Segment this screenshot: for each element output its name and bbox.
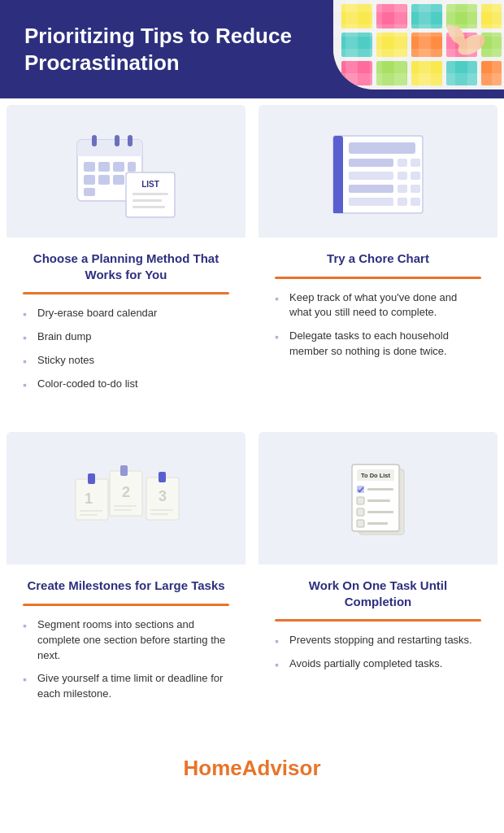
svg-rect-10 — [481, 33, 502, 57]
svg-rect-2 — [376, 4, 407, 28]
svg-rect-12 — [376, 61, 407, 85]
card-one-task: To Do List Work On One Task Until Comple… — [259, 432, 497, 730]
card-title-milestones: Create Milestones for Large Tasks — [23, 578, 229, 594]
list-item: Dry-erase board calendar — [23, 306, 229, 321]
card-divider-chore — [275, 277, 481, 279]
calendar-svg: LIST — [69, 128, 183, 221]
svg-rect-82 — [367, 522, 388, 525]
list-item: Brain dump — [23, 329, 229, 345]
card-content-task: Work On One Task Until Completion Preven… — [259, 565, 497, 730]
card-divider-task — [275, 619, 481, 621]
list-item: Sticky notes — [23, 353, 229, 369]
svg-rect-24 — [128, 135, 133, 146]
svg-rect-56 — [88, 473, 95, 484]
svg-rect-23 — [115, 135, 119, 146]
svg-rect-64 — [114, 509, 132, 511]
svg-rect-49 — [349, 185, 393, 193]
card-divider-planning — [23, 292, 229, 294]
footer: HomeAdvisor — [0, 736, 504, 804]
svg-rect-43 — [349, 159, 393, 167]
svg-text:1: 1 — [85, 491, 93, 507]
card-illustration-task: To Do List — [259, 432, 497, 565]
svg-rect-6 — [341, 33, 372, 57]
svg-rect-46 — [349, 172, 393, 180]
page-title: Prioritizing Tips to Reduce Procrastinat… — [24, 23, 301, 76]
svg-rect-7 — [376, 33, 407, 57]
svg-rect-51 — [411, 185, 420, 193]
header-illustration — [333, 0, 504, 89]
card-illustration-milestones: 1 2 3 — [7, 432, 245, 565]
cards-grid: LIST Choose a Planning Method That Works… — [0, 98, 504, 736]
svg-rect-48 — [411, 172, 420, 180]
svg-rect-53 — [398, 198, 407, 206]
svg-rect-63 — [114, 505, 137, 507]
svg-text:To Do List: To Do List — [361, 472, 391, 479]
svg-rect-5 — [481, 4, 502, 28]
svg-rect-59 — [80, 514, 98, 516]
svg-rect-26 — [98, 162, 110, 172]
svg-rect-37 — [133, 199, 162, 202]
card-title-planning: Choose a Planning Method That Works for … — [23, 251, 229, 282]
card-content-milestones: Create Milestones for Large Tasks Segmen… — [7, 565, 245, 730]
svg-rect-50 — [398, 185, 407, 193]
svg-rect-54 — [411, 198, 420, 206]
svg-rect-21 — [77, 150, 142, 156]
milestones-svg: 1 2 3 — [69, 455, 183, 548]
svg-rect-14 — [446, 61, 477, 85]
svg-rect-28 — [128, 162, 136, 172]
svg-rect-45 — [411, 159, 420, 167]
list-item: Avoids partially completed tasks. — [275, 656, 481, 672]
header: Prioritizing Tips to Reduce Procrastinat… — [0, 0, 504, 98]
svg-rect-15 — [481, 61, 502, 85]
sticky-notes-decoration — [333, 0, 504, 89]
card-content-planning: Choose a Planning Method That Works for … — [7, 238, 245, 419]
footer-logo: HomeAdvisor — [0, 756, 504, 781]
svg-rect-75 — [357, 486, 364, 493]
svg-rect-69 — [150, 513, 168, 515]
todo-svg: To Do List — [321, 455, 435, 548]
svg-rect-13 — [411, 61, 442, 85]
svg-rect-22 — [92, 135, 97, 146]
svg-rect-80 — [367, 511, 393, 513]
card-content-chore: Try a Chore Chart Keep track of what you… — [259, 238, 497, 419]
svg-rect-30 — [98, 175, 110, 185]
card-illustration-planning: LIST — [7, 105, 245, 238]
svg-rect-1 — [341, 4, 372, 28]
card-list-milestones: Segment rooms into sections and complete… — [23, 617, 229, 702]
svg-rect-33 — [84, 188, 95, 196]
svg-rect-11 — [341, 61, 372, 85]
list-item: Give yourself a time limit or deadline f… — [23, 671, 229, 702]
svg-rect-3 — [411, 4, 442, 28]
svg-point-18 — [445, 23, 463, 46]
svg-text:2: 2 — [122, 484, 130, 500]
footer-logo-part1: Home — [183, 756, 241, 780]
svg-rect-58 — [80, 510, 102, 512]
card-list-chore: Keep track of what you've done and what … — [275, 290, 481, 360]
header-image — [333, 0, 504, 89]
card-milestones: 1 2 3 — [7, 432, 245, 730]
svg-rect-31 — [113, 175, 124, 185]
svg-rect-52 — [349, 198, 393, 206]
card-title-task: Work On One Task Until Completion — [275, 578, 481, 609]
svg-rect-68 — [150, 509, 173, 511]
svg-rect-38 — [133, 206, 165, 208]
svg-rect-36 — [133, 193, 168, 195]
svg-rect-61 — [120, 465, 128, 476]
list-item: Delegate tasks to each household member … — [275, 329, 481, 360]
svg-point-16 — [454, 30, 488, 59]
list-item: Prevents stopping and restarting tasks. — [275, 633, 481, 648]
svg-rect-42 — [349, 142, 415, 154]
chore-chart-svg — [321, 128, 435, 221]
card-list-task: Prevents stopping and restarting tasks. … — [275, 633, 481, 672]
svg-text:LIST: LIST — [141, 180, 159, 189]
svg-rect-25 — [84, 162, 95, 172]
svg-text:3: 3 — [159, 488, 167, 504]
card-planning-method: LIST Choose a Planning Method That Works… — [7, 105, 245, 419]
svg-point-17 — [451, 24, 468, 49]
svg-rect-47 — [398, 172, 407, 180]
svg-rect-77 — [357, 497, 364, 504]
svg-rect-44 — [398, 159, 407, 167]
list-item: Color-coded to-do list — [23, 377, 229, 392]
svg-rect-66 — [159, 472, 166, 482]
svg-rect-78 — [367, 499, 390, 502]
